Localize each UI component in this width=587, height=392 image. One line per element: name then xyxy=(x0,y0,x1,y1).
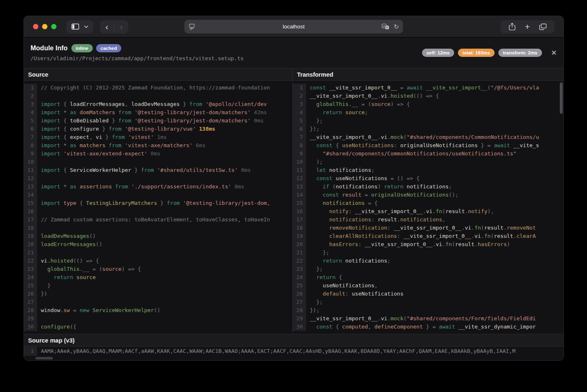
source-code[interactable]: 1// Copyright (C) 2012-2025 Zammad Found… xyxy=(24,81,292,331)
line-number: 4 xyxy=(24,108,37,117)
timing-badge: self: 12ms xyxy=(422,49,454,57)
minimize-window-button[interactable] xyxy=(42,24,47,29)
transformed-code[interactable]: 1const __vite_ssr_import_0__ = await __v… xyxy=(293,81,563,331)
traffic-lights xyxy=(33,24,57,29)
line-number: 24 xyxy=(24,273,37,282)
code-line: 22 return notifications; xyxy=(293,257,563,265)
line-number: 3 xyxy=(24,100,37,108)
code-line: 4 return source; xyxy=(293,108,563,117)
code-line: 10 ); xyxy=(293,158,563,166)
line-number: 28 xyxy=(293,306,306,315)
browser-window: ‹ › localhost A ≡ xyxy=(24,16,564,361)
timing-badge: total: 193ms xyxy=(458,49,495,57)
code-line: 20 hasErrors: __vite_ssr_import_0__.vi.f… xyxy=(293,240,563,249)
horizontal-scrollbar[interactable] xyxy=(35,357,53,359)
code-line: 3 globalThis.__ = (source) => { xyxy=(293,100,563,108)
code-line: 30configure({ xyxy=(24,323,292,331)
line-number: 30 xyxy=(293,323,306,331)
line-number: 29 xyxy=(24,315,37,323)
line-number: 9 xyxy=(24,150,37,158)
code-panes: Source 1// Copyright (C) 2012-2025 Zamma… xyxy=(24,68,563,334)
line-number: 22 xyxy=(293,257,306,265)
line-number: 28 xyxy=(24,306,37,315)
source-pane: Source 1// Copyright (C) 2012-2025 Zamma… xyxy=(24,68,293,334)
line-number: 19 xyxy=(293,232,306,240)
code-line: 4import * as domMatchers from '@testing-… xyxy=(24,108,292,117)
tab-overview-icon[interactable] xyxy=(535,20,550,33)
code-line: 8import * as matchers from 'vitest-axe/m… xyxy=(24,141,292,150)
navigation-buttons: ‹ › xyxy=(100,20,128,33)
address-bar[interactable]: localhost A ≡ ↻ xyxy=(184,20,403,33)
code-line: 21 }; xyxy=(293,249,563,257)
code-line: 16 notify: __vite_ssr_import_0__.vi.fn(r… xyxy=(293,207,563,216)
line-number: 8 xyxy=(24,141,37,150)
module-info-header: Module Info inlinecached /Users/vladimir… xyxy=(24,38,563,68)
line-number: 21 xyxy=(293,249,306,257)
code-line: 27 xyxy=(24,298,292,306)
line-number: 7 xyxy=(24,133,37,141)
close-icon[interactable]: ✕ xyxy=(551,49,557,56)
zoom-window-button[interactable] xyxy=(51,24,57,29)
line-number: 16 xyxy=(293,207,306,216)
status-badge: cached xyxy=(96,44,122,52)
line-number: 27 xyxy=(24,298,37,306)
module-path: /Users/vladimir/Projects/zammad/app/fron… xyxy=(31,55,244,61)
forward-button[interactable]: › xyxy=(114,20,128,33)
code-line: 19loadDevMessages() xyxy=(24,232,292,240)
code-line: 8 const { useNotifications: originalUseN… xyxy=(293,141,563,150)
line-number: 1 xyxy=(24,84,37,92)
line-number: 1 xyxy=(24,347,37,356)
code-line: 25 useNotifications, xyxy=(293,282,563,290)
browser-toolbar: ‹ › localhost A ≡ xyxy=(24,16,563,38)
code-line: 9 "#shared/components/CommonNotification… xyxy=(293,150,563,158)
vertical-scrollbar[interactable] xyxy=(560,82,563,114)
code-line: 5import { toBeDisabled } from '@testing-… xyxy=(24,117,292,125)
code-line: 12 const useNotifications = () => { xyxy=(293,174,563,183)
code-line: 20loadErrorMessages() xyxy=(24,240,292,249)
line-number: 20 xyxy=(293,240,306,249)
code-line: 24 return source xyxy=(24,273,292,282)
share-icon[interactable] xyxy=(504,20,520,33)
code-line: 7__vite_ssr_import_0__.vi.mock("#shared/… xyxy=(293,133,563,141)
code-line: 9import 'vitest-axe/extend-expect' 0ms xyxy=(24,150,292,158)
line-number: 17 xyxy=(293,216,306,224)
url-text: localhost xyxy=(184,23,403,30)
module-badges: inlinecached xyxy=(71,44,122,52)
code-line: 22vi.hoisted(() => { xyxy=(24,257,292,265)
line-number: 25 xyxy=(24,282,37,290)
line-number: 10 xyxy=(24,158,37,166)
line-number: 19 xyxy=(24,232,37,240)
code-line: 23 }; xyxy=(293,265,563,273)
code-line: 3import { loadErrorMessages, loadDevMess… xyxy=(24,100,292,108)
new-tab-button[interactable]: + xyxy=(520,20,535,33)
line-number: 20 xyxy=(24,240,37,249)
sidebar-icon xyxy=(71,23,79,30)
code-line: 14 xyxy=(24,191,292,199)
line-number: 11 xyxy=(293,166,306,174)
code-line: 17// Zammad custom assertions: toBeAvata… xyxy=(24,216,292,224)
code-line: 1 AAMA;AAeA,yBAAG,QAAQ,MAAM;AACf,aAAW,KA… xyxy=(24,347,563,356)
close-window-button[interactable] xyxy=(33,24,38,29)
code-line: 21 xyxy=(24,249,292,257)
back-button[interactable]: ‹ xyxy=(100,20,114,33)
code-line: 26}) xyxy=(24,290,292,298)
timing-badges: self: 12mstotal: 193mstransform: 2ms xyxy=(422,49,542,57)
toolbar-right-buttons: + xyxy=(500,20,554,33)
sidebar-toggle-button[interactable] xyxy=(66,20,93,33)
code-line: 5 }; xyxy=(293,117,563,125)
source-pane-title: Source xyxy=(24,68,292,81)
code-line: 13import * as assertions from './support… xyxy=(24,183,292,191)
line-number: 22 xyxy=(24,257,37,265)
line-number: 21 xyxy=(24,249,37,257)
code-line: 11 let notifications; xyxy=(293,166,563,174)
code-line: 14 const result = originalUseNotificatio… xyxy=(293,191,563,199)
code-line: 25 } xyxy=(24,282,292,290)
code-line: 26 default: useNotifications xyxy=(293,290,563,298)
code-line: 27 }; xyxy=(293,298,563,306)
code-line: 2 xyxy=(24,92,292,100)
line-number: 14 xyxy=(293,191,306,199)
code-line: 11import { ServiceWorkerHelper } from '#… xyxy=(24,166,292,174)
code-line: 7import { expect, vi } from 'vitest' 1ms xyxy=(24,133,292,141)
code-line: 2__vite_ssr_import_0__.vi.hoisted(() => … xyxy=(293,92,563,100)
line-number: 10 xyxy=(293,158,306,166)
